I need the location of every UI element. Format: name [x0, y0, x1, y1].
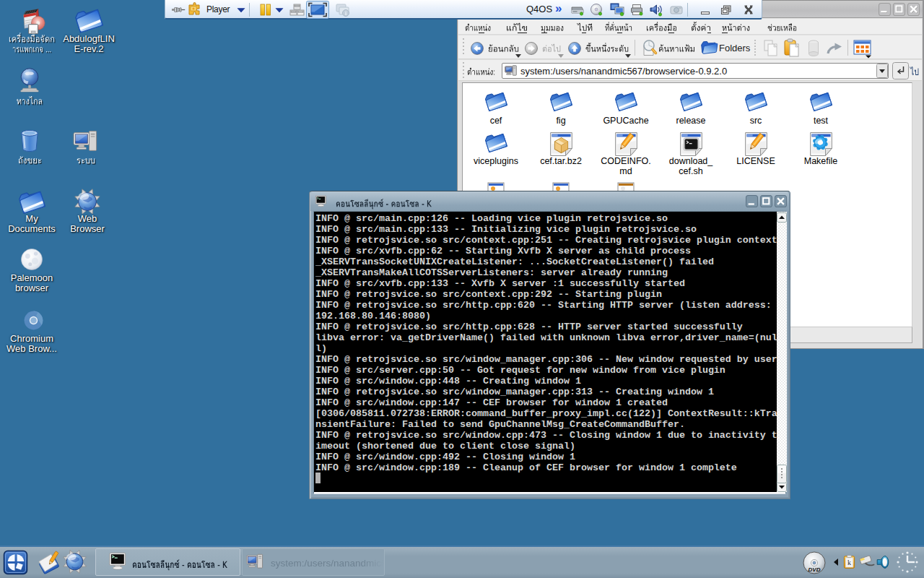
- svg-text:DVD: DVD: [808, 566, 821, 573]
- svg-text:k: k: [847, 558, 851, 566]
